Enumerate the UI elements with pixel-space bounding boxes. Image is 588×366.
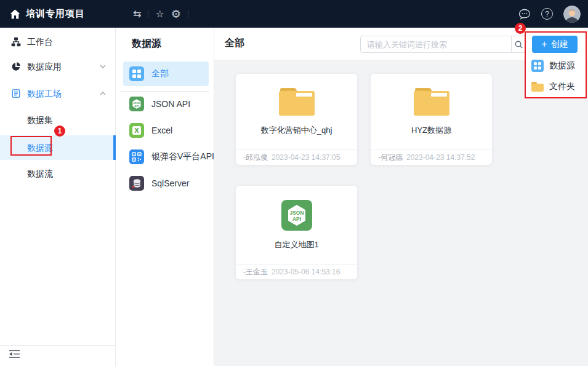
- folder-icon: [531, 82, 544, 92]
- folder-icon: [279, 88, 315, 116]
- svg-text:API: API: [134, 104, 139, 107]
- card-folder-2[interactable]: HYZ数据源 -何冠德 2023-04-23 14:37:52: [371, 74, 492, 165]
- source-type-label: Excel: [151, 125, 172, 135]
- excel-icon: X: [129, 123, 144, 138]
- sidebar-item-datasource[interactable]: 数据源: [0, 135, 116, 160]
- sidebar-item-label: 数据集: [27, 108, 53, 132]
- create-button-label: 创建: [551, 39, 568, 50]
- card-json-datasource[interactable]: JSON API 自定义地图1 -王金玉 2023-05-06 14:53:16: [236, 186, 357, 279]
- card-body: HYZ数据源: [371, 74, 492, 149]
- sidebar-item-label: 数据源: [27, 135, 53, 160]
- menu-item-folder[interactable]: 文件夹: [526, 76, 586, 97]
- divider: [148, 10, 148, 18]
- star-icon[interactable]: ☆: [155, 9, 164, 19]
- pie-chart-icon: [11, 62, 21, 71]
- source-type-sqlserver[interactable]: SqlServer: [123, 170, 211, 196]
- card-title: HYZ数据源: [411, 125, 451, 136]
- list-document-icon: [11, 89, 21, 98]
- grid-icon: [129, 66, 144, 81]
- gear-icon[interactable]: ⚙: [171, 9, 181, 20]
- card-footer: -王金玉 2023-05-06 14:53:16: [236, 264, 357, 279]
- menu-item-label: 文件夹: [549, 81, 575, 92]
- sidebar-item-workbench[interactable]: 工作台: [0, 30, 116, 54]
- card-title: 数字化营销中心_qhj: [261, 125, 332, 136]
- divider: [188, 10, 188, 18]
- divider: [0, 345, 116, 346]
- topbar-right: ?: [518, 6, 581, 23]
- source-type-json-api[interactable]: JSON API JSON API: [123, 90, 211, 117]
- message-icon[interactable]: [518, 9, 531, 20]
- card-timestamp: 2023-05-06 14:53:16: [272, 268, 340, 276]
- source-type-label: SqlServer: [151, 178, 189, 188]
- source-type-excel[interactable]: X Excel: [123, 117, 211, 143]
- search-group: [360, 36, 526, 53]
- sidebar-item-dataflow[interactable]: 数据流: [0, 161, 116, 186]
- card-footer: -何冠德 2023-04-23 14:37:52: [371, 149, 492, 165]
- card-folder-1[interactable]: 数字化营销中心_qhj -邱泓俊 2023-04-23 14:37:05: [236, 74, 357, 165]
- database-icon: [129, 176, 144, 191]
- sidebar-item-label: 数据应用: [27, 54, 62, 79]
- card-timestamp: 2023-04-23 14:37:52: [406, 153, 475, 162]
- search-icon[interactable]: [512, 36, 526, 53]
- collapse-sidebar-icon[interactable]: [9, 349, 20, 359]
- json-api-icon: JSON API: [129, 97, 144, 111]
- help-icon[interactable]: ?: [541, 8, 553, 20]
- qr-code-icon: [129, 149, 144, 164]
- left-sidebar: 工作台 数据应用 数据工场 数据集 数据源 数据流: [0, 28, 116, 366]
- source-type-all[interactable]: 全部: [123, 62, 209, 86]
- topbar: 培训专用项目 ⇆ ☆ ⚙ ?: [0, 0, 588, 28]
- home-icon[interactable]: [10, 9, 20, 19]
- topbar-tools: ⇆ ☆ ⚙: [133, 9, 188, 20]
- svg-text:JSON: JSON: [289, 210, 304, 216]
- json-api-icon: JSON API: [281, 200, 312, 231]
- chevron-down-icon: [100, 65, 106, 68]
- card-title: 自定义地图1: [274, 239, 318, 250]
- plus-icon: +: [541, 39, 547, 49]
- annotation-step-badge: 2: [515, 23, 526, 34]
- panel-title: 数据源: [132, 38, 161, 50]
- card-body: 数字化营销中心_qhj: [236, 74, 357, 149]
- card-owner: -王金玉: [243, 267, 268, 277]
- folder-icon: [414, 88, 449, 116]
- sitemap-icon: [11, 37, 21, 47]
- card-timestamp: 2023-04-23 14:37:05: [272, 153, 340, 162]
- sidebar-item-label: 工作台: [27, 30, 53, 54]
- project-title: 培训专用项目: [26, 8, 85, 20]
- menu-item-datasource[interactable]: 数据源: [526, 55, 586, 76]
- datasource-type-panel: 数据源 全部 JSON API JSON API X Excel: [116, 28, 214, 366]
- card-owner: -邱泓俊: [243, 153, 268, 163]
- menu-item-label: 数据源: [549, 60, 575, 71]
- sidebar-item-label: 数据工场: [27, 81, 62, 106]
- card-footer: -邱泓俊 2023-04-23 14:37:05: [236, 149, 357, 165]
- avatar[interactable]: [563, 6, 581, 23]
- sidebar-item-data-apps[interactable]: 数据应用: [0, 54, 116, 79]
- source-type-label: 全部: [151, 68, 169, 79]
- sidebar-item-data-factory[interactable]: 数据工场: [0, 81, 116, 106]
- chevron-up-icon: [100, 92, 106, 95]
- grid-icon: [531, 60, 544, 72]
- switch-project-icon[interactable]: ⇆: [133, 9, 141, 19]
- source-type-label: JSON API: [151, 99, 190, 109]
- svg-text:API: API: [292, 216, 300, 222]
- search-input[interactable]: [360, 36, 512, 53]
- source-type-label: 银弹谷V平台API: [151, 151, 214, 162]
- page-title: 全部: [225, 37, 244, 50]
- annotation-step-badge: 1: [54, 125, 65, 137]
- create-button[interactable]: + 创建: [532, 36, 578, 53]
- card-body: JSON API 自定义地图1: [236, 186, 357, 264]
- source-type-vplatform-api[interactable]: 银弹谷V平台API: [123, 143, 211, 170]
- create-dropdown: 数据源 文件夹: [526, 55, 586, 98]
- card-owner: -何冠德: [378, 153, 403, 163]
- svg-text:X: X: [134, 127, 139, 134]
- sidebar-item-label: 数据流: [27, 161, 53, 186]
